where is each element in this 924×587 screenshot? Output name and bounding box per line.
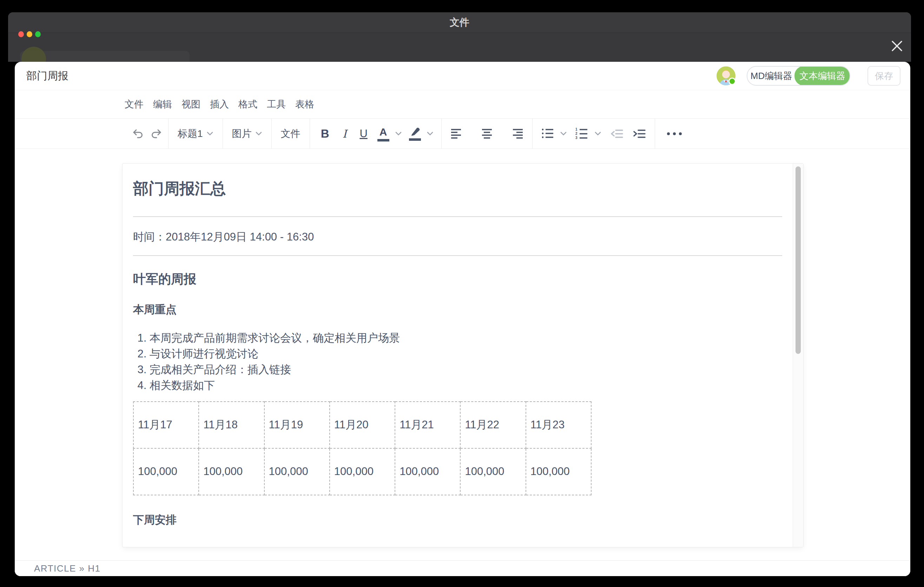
zoom-window-button[interactable] (35, 31, 41, 37)
toolbar-divider (532, 119, 533, 148)
toolbar: 标题1 图片 文件 B I U A (15, 119, 910, 149)
more-tools-button[interactable] (667, 132, 682, 135)
document-page: 部门周报汇总 时间：2018年12月09日 14:00 - 16:30 叶军的周… (122, 163, 804, 547)
close-icon (890, 39, 904, 53)
avatar[interactable] (716, 66, 736, 85)
table-row: 100,000 100,000 100,000 100,000 100,000 … (134, 448, 591, 495)
doc-heading-3: 本周重点 (133, 304, 782, 316)
list-item: 相关数据如下 (150, 380, 782, 391)
bullet-list-icon (542, 128, 554, 139)
align-left-button[interactable] (442, 129, 472, 139)
highlight-swatch (409, 139, 421, 141)
table-cell[interactable]: 11月20 (330, 402, 395, 448)
svg-text:2: 2 (576, 132, 578, 135)
breadcrumb: ARTICLE » H1 (34, 563, 101, 574)
table-cell[interactable]: 100,000 (395, 448, 460, 495)
highlighter-icon (409, 127, 421, 137)
align-right-icon (511, 129, 523, 139)
close-window-button[interactable] (18, 31, 24, 37)
document-body[interactable]: 部门周报汇总 时间：2018年12月09日 14:00 - 16:30 叶军的周… (122, 163, 793, 547)
more-icon (679, 132, 682, 135)
table-cell[interactable]: 100,000 (526, 448, 591, 495)
window-titlebar: 文件 (8, 12, 911, 33)
doc-heading-2: 叶军的周报 (133, 272, 782, 286)
undo-button[interactable] (132, 127, 144, 140)
list-item: 本周完成产品前期需求讨论会议，确定相关用户场景 (150, 333, 782, 343)
modal-header: 部门周报 (15, 62, 910, 90)
menu-file[interactable]: 文件 (125, 98, 144, 110)
chevron-down-icon (255, 131, 262, 136)
align-center-icon (481, 129, 493, 139)
more-icon (667, 132, 670, 135)
header-actions: MD编辑器 文本编辑器 保存 (716, 66, 901, 86)
table-cell[interactable]: 11月17 (134, 402, 199, 448)
font-color-button[interactable]: A (375, 126, 391, 142)
online-status-dot (728, 77, 736, 85)
screen: 文件 部门周报 (0, 0, 924, 587)
list-item: 与设计师进行视觉讨论 (150, 348, 782, 359)
image-dropdown[interactable]: 图片 (223, 127, 271, 140)
chevron-down-icon[interactable] (427, 131, 434, 136)
bullet-list-button[interactable] (542, 128, 554, 139)
svg-text:3: 3 (576, 136, 578, 140)
md-editor-button[interactable]: MD编辑器 (747, 67, 795, 85)
chevron-down-icon[interactable] (560, 131, 567, 136)
editor-modal: 部门周报 (15, 62, 910, 576)
close-modal-button[interactable] (889, 38, 906, 54)
table-cell[interactable]: 100,000 (460, 448, 526, 495)
indent-button[interactable] (633, 129, 645, 139)
outdent-button[interactable] (610, 129, 623, 139)
align-right-button[interactable] (502, 129, 532, 139)
table-row: 11月17 11月18 11月19 11月20 11月21 11月22 11月2… (134, 402, 591, 448)
file-attach-button[interactable]: 文件 (272, 127, 310, 140)
table-cell[interactable]: 11月19 (264, 402, 330, 448)
table-cell[interactable]: 11月21 (395, 402, 460, 448)
doc-heading-1: 部门周报汇总 (133, 178, 782, 198)
table-cell[interactable]: 100,000 (330, 448, 395, 495)
svg-text:1: 1 (576, 128, 578, 131)
menu-insert[interactable]: 插入 (210, 98, 229, 110)
minimize-window-button[interactable] (27, 31, 32, 37)
app-window: 文件 部门周报 (8, 12, 911, 576)
editor-mode-toggle: MD编辑器 文本编辑器 (747, 66, 850, 86)
divider (133, 216, 782, 217)
chevron-down-icon[interactable] (395, 131, 402, 136)
table-cell[interactable]: 11月18 (199, 402, 264, 448)
list-item: 完成相关产品介绍：插入链接 (150, 364, 782, 375)
align-left-icon (451, 129, 463, 139)
bold-button[interactable]: B (318, 127, 332, 140)
numbered-list-button[interactable]: 1 2 3 (576, 128, 589, 140)
menu-format[interactable]: 格式 (238, 98, 257, 110)
window-title: 文件 (450, 16, 469, 29)
table-cell[interactable]: 11月22 (460, 402, 526, 448)
underline-button[interactable]: U (356, 127, 371, 140)
dimmed-background-avatar (21, 47, 46, 62)
menu-tools[interactable]: 工具 (267, 98, 286, 110)
chevron-down-icon[interactable] (594, 131, 601, 136)
italic-button[interactable]: I (337, 127, 352, 140)
highlight-button[interactable] (407, 127, 423, 141)
menu-edit[interactable]: 编辑 (153, 98, 172, 110)
traffic-lights (18, 31, 41, 37)
align-center-button[interactable] (472, 129, 502, 139)
indent-icon (633, 129, 645, 139)
save-button[interactable]: 保存 (868, 66, 901, 86)
table-cell[interactable]: 11月23 (526, 402, 591, 448)
chevron-down-icon (206, 131, 213, 136)
menu-table[interactable]: 表格 (295, 98, 314, 110)
doc-ordered-list: 本周完成产品前期需求讨论会议，确定相关用户场景 与设计师进行视觉讨论 完成相关产… (133, 333, 782, 391)
heading-dropdown[interactable]: 标题1 (168, 127, 223, 140)
table-cell[interactable]: 100,000 (264, 448, 330, 495)
status-bar: ARTICLE » H1 (15, 560, 910, 576)
scrollbar-thumb[interactable] (795, 167, 801, 354)
menu-view[interactable]: 视图 (182, 98, 200, 110)
scrollbar-track[interactable] (793, 163, 803, 547)
table-cell[interactable]: 100,000 (199, 448, 264, 495)
redo-button[interactable] (150, 127, 163, 140)
table-cell[interactable]: 100,000 (134, 448, 199, 495)
editor-content-area: 部门周报汇总 时间：2018年12月09日 14:00 - 16:30 叶军的周… (15, 149, 910, 560)
doc-table: 11月17 11月18 11月19 11月20 11月21 11月22 11月2… (133, 401, 592, 495)
text-editor-button[interactable]: 文本编辑器 (794, 66, 850, 86)
toolbar-divider (655, 119, 655, 148)
font-color-swatch (378, 139, 389, 142)
